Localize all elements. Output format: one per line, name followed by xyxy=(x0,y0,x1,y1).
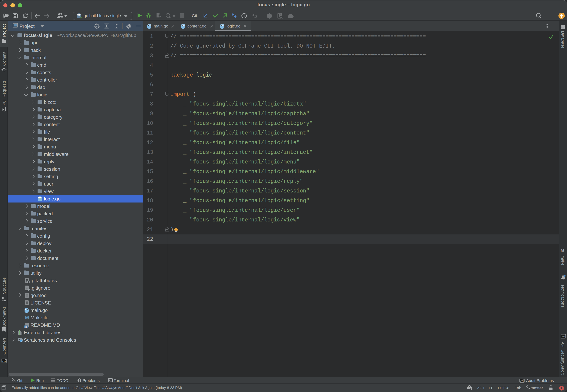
svg-text:/API: /API xyxy=(520,380,523,382)
svg-text:/API: /API xyxy=(2,360,5,362)
svg-text:?: ? xyxy=(468,386,470,389)
svg-text:/API: /API xyxy=(561,336,565,337)
